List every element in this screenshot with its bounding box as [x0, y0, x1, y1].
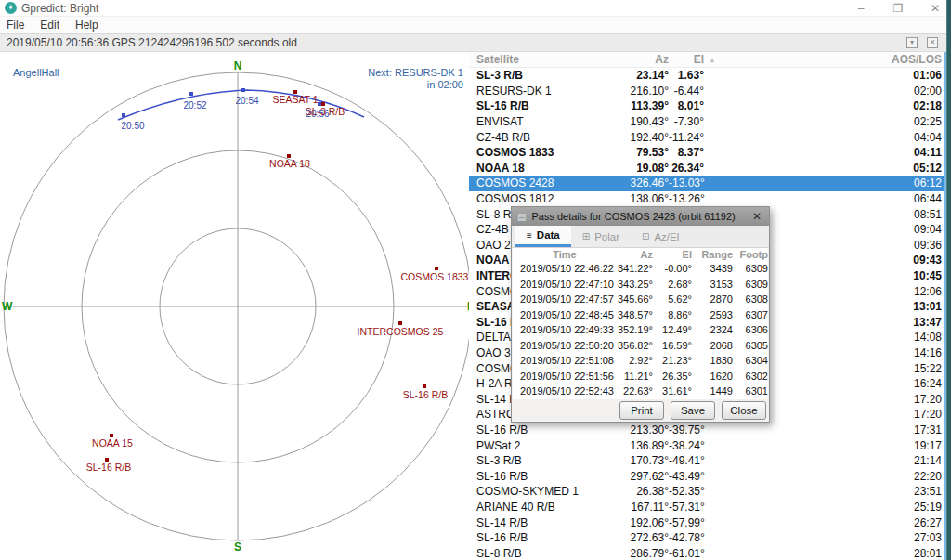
satellite-marker-label: SEASAT 1 — [272, 94, 318, 105]
dialog-title-bar[interactable]: ▤ Pass details for COSMOS 2428 (orbit 61… — [512, 207, 769, 226]
pass-range: 1620 — [692, 371, 733, 382]
desktop-edge-strip — [946, 0, 951, 560]
pass-el: -0.00° — [653, 263, 692, 274]
header-range[interactable]: Range — [692, 249, 733, 260]
satellite-el: 8.37° — [669, 146, 704, 159]
module-close-icon[interactable]: ✕ — [927, 37, 938, 48]
satellite-name: COSMOS 1833 — [476, 146, 616, 159]
header-satellite[interactable]: Satellite — [476, 53, 616, 66]
satellite-row[interactable]: SL-14 R/B192.06°-57.99°26:27 — [469, 514, 944, 530]
header-pass-az[interactable]: Az — [614, 249, 653, 260]
menu-bar: File Edit Help — [0, 17, 951, 33]
module-header-bar: 2019/05/10 20:56:36 GPS 212424296196.502… — [0, 33, 951, 52]
pass-range: 2593 — [692, 309, 733, 320]
pass-row[interactable]: 2019/05/10 22:47:57345.66°5.62°28706308 — [513, 292, 768, 307]
minimize-button[interactable]: – — [854, 0, 867, 17]
module-menu-icon[interactable]: ▾ — [906, 37, 918, 48]
pass-row[interactable]: 2019/05/10 22:52:4322.63°31.61°14496301 — [513, 384, 768, 399]
header-aoslos[interactable]: AOS/LOS — [721, 53, 942, 66]
satellite-aoslos: 01:06 — [721, 69, 942, 82]
pass-range: 1830 — [692, 355, 733, 366]
pass-el: 31.61° — [653, 385, 692, 397]
header-pass-el[interactable]: El — [653, 249, 692, 260]
satellite-el: 8.01° — [669, 99, 704, 112]
pass-az: 22.63° — [614, 385, 653, 397]
satellite-row[interactable]: SL-8 R/B286.79°-61.01°28:01 — [469, 545, 944, 560]
satellite-aoslos: 17:31 — [721, 423, 942, 436]
satellite-marker-label: NOAA 15 — [92, 437, 133, 449]
pass-az: 343.25° — [614, 279, 653, 290]
satellite-name: SL-14 R/B — [476, 516, 616, 529]
pass-time: 2019/05/10 22:51:56 — [515, 371, 614, 382]
satellite-row[interactable]: NOAA 1819.08°26.34°05:12 — [469, 161, 944, 176]
satellite-name: SL-16 R/B — [476, 99, 616, 112]
satellite-row[interactable]: COSMO-SKYMED 126.38°-52.35°23:51 — [469, 484, 944, 500]
satellite-row[interactable]: SL-16 R/B213.30°-39.75°17:31 — [469, 423, 944, 438]
satellite-name: NOAA 18 — [476, 162, 616, 175]
pass-row[interactable]: 2019/05/10 22:51:082.92°21.23°18306304 — [513, 353, 768, 369]
satellite-row[interactable]: COSMOS 1812138.06°-13.26°06:44 — [469, 191, 944, 207]
pass-row[interactable]: 2019/05/10 22:47:10343.25°2.68°31536309 — [513, 277, 768, 293]
satellite-row[interactable]: SL-16 R/B272.63°-42.78°27:03 — [469, 530, 944, 546]
pass-details-dialog: ▤ Pass details for COSMOS 2428 (orbit 61… — [511, 206, 770, 423]
pass-row[interactable]: 2019/05/10 22:48:45348.57°8.86°25936307 — [513, 307, 768, 323]
satellite-row[interactable]: SL-3 R/B170.73°-49.41°21:14 — [469, 453, 944, 469]
satellite-row[interactable]: ARIANE 40 R/B167.11°-57.31°25:19 — [469, 500, 944, 515]
satellite-row[interactable]: SL-3 R/B23.14°1.63°01:06 — [469, 68, 944, 84]
satellite-el: -42.78° — [669, 531, 704, 544]
pass-table-body: 2019/05/10 22:46:22341.22°-0.00°34396309… — [513, 261, 768, 399]
header-footprint[interactable]: Footp — [733, 249, 768, 260]
satellite-row[interactable]: SL-16 R/B297.62°-43.49°22:20 — [469, 468, 944, 484]
satellite-row[interactable]: COSMOS 2428326.46°-13.03°06:12 — [469, 176, 944, 191]
save-button[interactable]: Save — [671, 401, 715, 420]
tab-data[interactable]: ≡ Data — [515, 226, 571, 247]
satellite-row[interactable]: ENVISAT190.43°-7.30°02:25 — [469, 114, 944, 130]
satellite-marker[interactable] — [398, 321, 402, 325]
satellite-row[interactable]: PWSat 2136.89°-38.24°19:17 — [469, 437, 944, 453]
pass-range: 3439 — [692, 263, 733, 274]
header-az[interactable]: Az — [616, 53, 669, 66]
satellite-row[interactable]: SL-16 R/B113.39°8.01°02:18 — [469, 98, 944, 114]
pass-row[interactable]: 2019/05/10 22:46:22341.22°-0.00°34396309 — [513, 261, 768, 277]
dialog-title: Pass details for COSMOS 2428 (orbit 6119… — [531, 211, 750, 222]
satellite-name: CZ-4B R/B — [476, 131, 616, 144]
menu-file[interactable]: File — [7, 19, 24, 32]
pass-el: 21.23° — [653, 355, 692, 366]
satellite-aoslos: 02:00 — [721, 85, 942, 98]
pass-row[interactable]: 2019/05/10 22:50:20356.82°16.59°20686305 — [513, 338, 768, 354]
pass-footprint: 6302 — [733, 371, 768, 382]
title-bar: ✦ Gpredict: Bright – ❐ ✕ — [0, 0, 951, 17]
print-button[interactable]: Print — [619, 401, 664, 420]
close-dialog-button[interactable]: Close — [722, 401, 766, 420]
satellite-row[interactable]: COSMOS 183379.53°8.37°04:11 — [469, 145, 944, 161]
header-el[interactable]: El — [669, 53, 704, 66]
data-tab-icon: ≡ — [527, 230, 532, 241]
pass-table-header: Time Az El Range Footp — [513, 248, 768, 261]
menu-edit[interactable]: Edit — [40, 19, 59, 32]
pass-row[interactable]: 2019/05/10 22:49:33352.19°12.49°23246306 — [513, 322, 768, 338]
satellite-row[interactable]: RESURS-DK 1216.10°-6.44°02:00 — [469, 84, 944, 99]
satellite-marker[interactable] — [423, 384, 426, 388]
pass-row[interactable]: 2019/05/10 22:51:5611.21°26.35°16206302 — [513, 369, 768, 384]
close-button[interactable]: ✕ — [929, 0, 942, 17]
satellite-name: COSMOS 2428 — [476, 176, 616, 189]
pass-az: 341.22° — [614, 263, 653, 274]
restore-button[interactable]: ❐ — [892, 0, 905, 17]
satellite-az: 216.10° — [616, 85, 669, 98]
pass-footprint: 6308 — [733, 293, 768, 305]
next-pass-satellite: Next: RESURS-DK 1 — [368, 67, 463, 79]
satellite-az: 170.73° — [616, 454, 669, 467]
tab-polar[interactable]: ⊞ Polar — [571, 226, 631, 247]
satellite-el: -6.44° — [669, 85, 704, 98]
polar-chart: N S W E 20:5020:5220:5420:56 SEASAT 1SL-… — [0, 52, 469, 560]
tab-azel[interactable]: ⊡ Az/El — [631, 226, 690, 247]
pass-az: 11.21° — [614, 371, 653, 382]
dialog-close-icon[interactable]: ✕ — [750, 210, 763, 223]
satellite-az: 192.06° — [616, 516, 669, 529]
sort-indicator-icon[interactable]: ▲ — [704, 57, 721, 63]
menu-help[interactable]: Help — [75, 19, 98, 32]
header-time[interactable]: Time — [515, 249, 614, 260]
satellite-row[interactable]: CZ-4B R/B192.40°-11.24°04:04 — [469, 129, 944, 145]
satellite-marker[interactable] — [435, 267, 438, 270]
satellite-az: 213.30° — [616, 423, 669, 436]
